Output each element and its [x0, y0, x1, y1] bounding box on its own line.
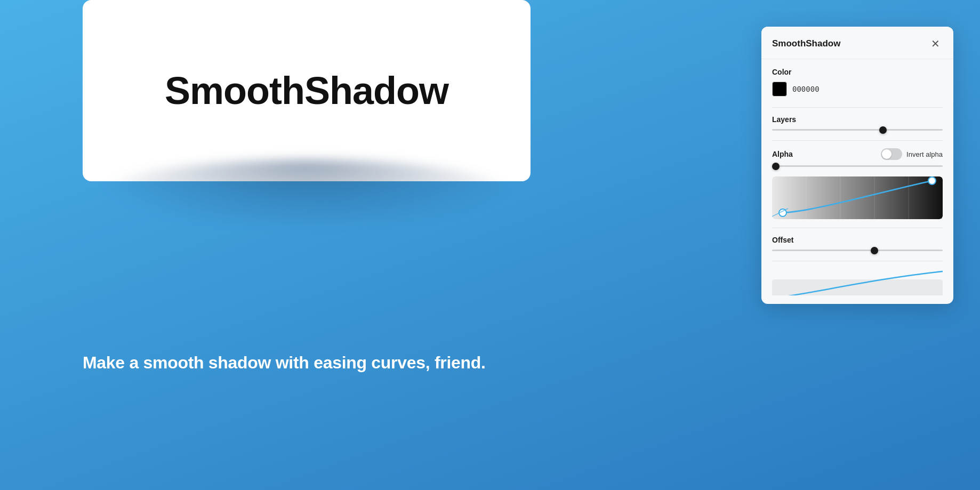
offset-label: Offset: [772, 236, 943, 244]
easing-curve-chart[interactable]: [772, 176, 943, 219]
color-label: Color: [772, 68, 943, 76]
invert-alpha-label: Invert alpha: [906, 150, 943, 158]
shadow-preview-card: SmoothShadow: [83, 0, 531, 181]
layers-section: Layers: [772, 115, 943, 131]
color-swatch[interactable]: [772, 82, 787, 97]
divider-3: [772, 228, 943, 228]
toggle-knob: [882, 149, 891, 159]
settings-panel: SmoothShadow ✕ Color 000000 Layers Alp: [761, 27, 953, 304]
svg-point-6: [928, 177, 936, 184]
alpha-label: Alpha: [772, 150, 793, 158]
color-row: 000000: [772, 82, 943, 97]
color-section: Color 000000: [772, 68, 943, 97]
card-title: SmoothShadow: [165, 69, 448, 113]
offset-section: Offset: [772, 236, 943, 251]
svg-rect-8: [772, 279, 943, 295]
divider-2: [772, 140, 943, 141]
layers-slider-thumb[interactable]: [879, 126, 887, 134]
bottom-curve-preview: [772, 269, 943, 295]
panel-title: SmoothShadow: [772, 38, 840, 49]
offset-slider-thumb[interactable]: [871, 247, 878, 254]
close-button[interactable]: ✕: [928, 36, 943, 51]
alpha-slider-thumb[interactable]: [772, 163, 780, 170]
alpha-section: Alpha Invert alpha: [772, 148, 943, 167]
panel-body: Color 000000 Layers Alpha I: [761, 59, 953, 304]
panel-header: SmoothShadow ✕: [761, 27, 953, 59]
alpha-slider-track[interactable]: [772, 165, 943, 167]
layers-slider-track[interactable]: [772, 129, 943, 131]
invert-alpha-toggle-container: Invert alpha: [881, 148, 943, 160]
divider-1: [772, 107, 943, 108]
svg-rect-0: [772, 176, 943, 219]
color-hex-value: 000000: [792, 85, 820, 93]
tagline-text: Make a smooth shadow with easing curves,…: [83, 353, 486, 373]
alpha-header: Alpha Invert alpha: [772, 148, 943, 160]
layers-label: Layers: [772, 115, 943, 124]
divider-4: [772, 261, 943, 261]
offset-slider-track[interactable]: [772, 250, 943, 251]
close-icon: ✕: [931, 38, 940, 49]
invert-alpha-toggle[interactable]: [881, 148, 902, 160]
